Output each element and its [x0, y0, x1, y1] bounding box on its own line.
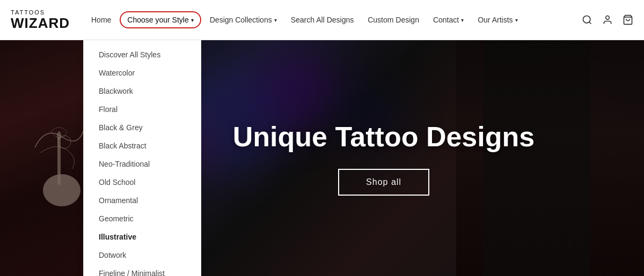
dropdown-item-black-grey[interactable]: Black & Grey [84, 118, 201, 137]
account-icon [602, 14, 613, 25]
svg-point-4 [43, 174, 80, 206]
dropdown-item-black-abstract[interactable]: Black Abstract [84, 137, 201, 155]
choose-style-dropdown: Discover All Styles Watercolor Blackwork… [83, 40, 201, 276]
dropdown-item-illustrative[interactable]: Illustrative [84, 228, 201, 246]
nav-icons [582, 14, 633, 25]
logo[interactable]: TATTOOS WIZARD [11, 9, 70, 31]
search-button[interactable] [582, 14, 592, 25]
svg-rect-5 [57, 137, 61, 185]
nav-home[interactable]: Home [86, 11, 116, 28]
chevron-down-icon-contact: ▾ [461, 17, 464, 23]
nav-design-collections[interactable]: Design Collections ▾ [204, 11, 282, 28]
dropdown-item-floral[interactable]: Floral [84, 100, 201, 118]
account-button[interactable] [602, 14, 613, 25]
dropdown-item-fineline[interactable]: Fineline / Minimalist [84, 264, 201, 276]
hero-content: Unique Tattoo Designs Shop all [123, 40, 644, 276]
svg-point-0 [583, 16, 590, 23]
dropdown-item-neo-traditional[interactable]: Neo-Traditional [84, 155, 201, 173]
chevron-down-icon-collections: ▾ [274, 17, 277, 23]
dropdown-item-ornamental[interactable]: Ornamental [84, 191, 201, 210]
cart-icon [623, 14, 633, 25]
svg-point-2 [606, 16, 610, 20]
hero-title: Unique Tattoo Designs [233, 121, 535, 153]
header: TATTOOS WIZARD Home Choose your Style ▾ … [0, 0, 644, 40]
nav-our-artists[interactable]: Our Artists ▾ [472, 11, 523, 28]
chevron-down-icon-artists: ▾ [515, 17, 518, 23]
dropdown-item-blackwork[interactable]: Blackwork [84, 82, 201, 100]
dropdown-item-watercolor[interactable]: Watercolor [84, 64, 201, 82]
dropdown-item-dotwork[interactable]: Dotwork [84, 246, 201, 264]
nav-contact[interactable]: Contact ▾ [428, 11, 469, 28]
chevron-down-icon: ▾ [191, 17, 194, 23]
dropdown-item-geometric[interactable]: Geometric [84, 210, 201, 228]
main-nav: Home Choose your Style ▾ Design Collecti… [86, 11, 582, 28]
nav-search-all[interactable]: Search All Designs [286, 11, 360, 28]
nav-choose-style[interactable]: Choose your Style ▾ [120, 11, 201, 28]
logo-bottom-text: WIZARD [11, 16, 70, 31]
search-icon [582, 14, 592, 25]
dropdown-item-discover[interactable]: Discover All Styles [84, 46, 201, 64]
dropdown-item-old-school[interactable]: Old School [84, 173, 201, 191]
nav-custom-design[interactable]: Custom Design [362, 11, 425, 28]
svg-line-1 [589, 22, 591, 24]
cart-button[interactable] [623, 14, 633, 25]
shop-all-button[interactable]: Shop all [338, 169, 429, 196]
logo-top-text: TATTOOS [11, 9, 70, 16]
